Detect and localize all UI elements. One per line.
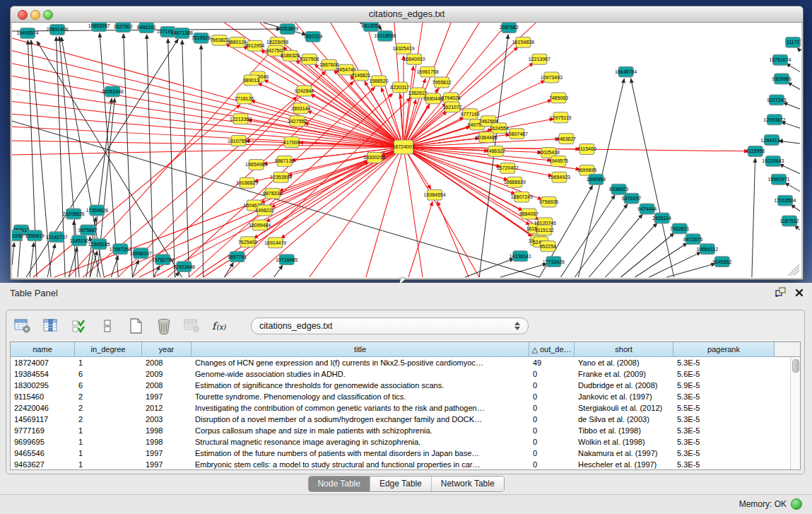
- cell-short[interactable]: Dudbridge et al. (2008): [575, 380, 673, 391]
- column-header-out_de[interactable]: △ out_de…: [529, 342, 575, 357]
- select-columns-icon[interactable]: [42, 317, 60, 334]
- table-row[interactable]: 1872400712008Changes of HCN gene express…: [11, 357, 800, 368]
- table-row[interactable]: 946554611997Estimation of the future num…: [11, 448, 800, 459]
- cell-in_degree[interactable]: 6: [75, 368, 142, 380]
- column-header-year[interactable]: year: [142, 342, 192, 357]
- tab-network-table[interactable]: Network Table: [432, 477, 504, 491]
- table-settings-icon[interactable]: [13, 317, 32, 334]
- cell-title[interactable]: Changes of HCN gene expression and I(f) …: [192, 357, 529, 368]
- cell-title[interactable]: Estimation of significance thresholds fo…: [192, 380, 529, 391]
- cell-pagerank[interactable]: 5.3E-5: [673, 436, 775, 448]
- cell-in_degree[interactable]: 2: [75, 414, 142, 425]
- table-row[interactable]: 1456911722003Disruption of a novel membe…: [11, 414, 800, 425]
- cell-title[interactable]: Genome-wide association studies in ADHD.: [192, 368, 529, 380]
- cell-year[interactable]: 2008: [142, 357, 192, 368]
- cell-title[interactable]: Tourette syndrome. Phenomenology and cla…: [192, 391, 529, 402]
- cell-year[interactable]: 1998: [142, 436, 192, 448]
- cell-pagerank[interactable]: 5.6E-5: [673, 368, 775, 380]
- cell-year[interactable]: 2012: [142, 402, 192, 414]
- cell-short[interactable]: Nakamura et al. (1997): [575, 448, 673, 459]
- cell-in_degree[interactable]: 1: [75, 425, 142, 436]
- cell-pagerank[interactable]: 5.3E-5: [673, 448, 775, 459]
- cell-in_degree[interactable]: 2: [75, 402, 142, 414]
- table-row[interactable]: 1830029562008Estimation of significance …: [11, 380, 800, 391]
- cell-name[interactable]: 9465546: [11, 448, 75, 459]
- cell-title[interactable]: Embryonic stem cells: a model to study s…: [192, 459, 529, 470]
- cell-out_de[interactable]: 0: [529, 425, 575, 436]
- cell-short[interactable]: Hescheler et al. (1997): [575, 459, 673, 470]
- cell-out_de[interactable]: 49: [529, 357, 575, 368]
- cell-in_degree[interactable]: 1: [75, 357, 142, 368]
- graph-nodes[interactable]: 1872400718300295766382298601248912954182…: [12, 23, 800, 272]
- column-header-short[interactable]: short: [575, 342, 673, 357]
- cell-year[interactable]: 2003: [142, 414, 192, 425]
- tab-node-table[interactable]: Node Table: [308, 477, 370, 491]
- cell-year[interactable]: 1997: [142, 391, 192, 402]
- cell-in_degree[interactable]: 1: [75, 448, 142, 459]
- cell-out_de[interactable]: 0: [529, 448, 575, 459]
- cell-pagerank[interactable]: 5.9E-5: [673, 380, 775, 391]
- cell-short[interactable]: Wolkin et al. (1998): [575, 436, 673, 448]
- cell-out_de[interactable]: 0: [529, 436, 575, 448]
- network-window[interactable]: citations_edges.txt 18724007183002957663…: [10, 6, 804, 280]
- table-row[interactable]: 969969511998Structural magnetic resonanc…: [11, 436, 800, 448]
- cell-name[interactable]: 22420046: [11, 402, 75, 414]
- cell-out_de[interactable]: 0: [529, 459, 575, 470]
- cell-out_de[interactable]: 0: [529, 380, 575, 391]
- table-row[interactable]: 946362711997Embryonic stem cells: a mode…: [11, 459, 800, 470]
- cell-pagerank[interactable]: 5.3E-5: [673, 391, 775, 402]
- cell-name[interactable]: 18300295: [11, 380, 75, 391]
- cell-name[interactable]: 14569117: [11, 414, 75, 425]
- cell-year[interactable]: 1997: [142, 459, 192, 470]
- cell-short[interactable]: Franke et al. (2009): [575, 368, 673, 380]
- network-view-canvas[interactable]: 1872400718300295766382298601248912954182…: [12, 23, 801, 278]
- cell-name[interactable]: 9777169: [11, 425, 75, 436]
- cell-in_degree[interactable]: 2: [75, 391, 142, 402]
- cell-name[interactable]: 18724007: [11, 357, 75, 368]
- cell-short[interactable]: Yano et al. (2008): [575, 357, 673, 368]
- close-panel-icon[interactable]: [795, 287, 804, 300]
- column-header-pagerank[interactable]: pagerank: [673, 342, 775, 357]
- row-selection-icon[interactable]: [70, 317, 88, 334]
- stacked-rows-icon[interactable]: [98, 317, 117, 334]
- table-selector-dropdown[interactable]: citations_edges.txt: [251, 317, 529, 334]
- cell-pagerank[interactable]: 5.5E-5: [673, 402, 775, 414]
- table-row[interactable]: 911546021997Tourette syndrome. Phenomeno…: [11, 391, 800, 402]
- table-row[interactable]: 977716911998Corpus callosum shape and si…: [11, 425, 800, 436]
- tab-edge-table[interactable]: Edge Table: [370, 477, 432, 491]
- cell-title[interactable]: Disruption of a novel member of a sodium…: [192, 414, 529, 425]
- cell-year[interactable]: 2009: [142, 368, 192, 380]
- cell-name[interactable]: 9699695: [11, 436, 75, 448]
- cell-in_degree[interactable]: 1: [75, 436, 142, 448]
- cell-name[interactable]: 19384554: [11, 368, 75, 380]
- cell-title[interactable]: Structural magnetic resonance image aver…: [192, 436, 529, 448]
- cell-pagerank[interactable]: 5.3E-5: [673, 459, 775, 470]
- cell-year[interactable]: 1997: [142, 448, 192, 459]
- cell-pagerank[interactable]: 5.3E-5: [673, 425, 775, 436]
- cell-title[interactable]: Corpus callosum shape and size in male p…: [192, 425, 529, 436]
- column-header-in_degree[interactable]: in_degree: [75, 342, 142, 357]
- cell-name[interactable]: 9463627: [11, 459, 75, 470]
- cell-out_de[interactable]: 0: [529, 391, 575, 402]
- function-builder-icon[interactable]: f(x): [211, 317, 230, 334]
- cell-short[interactable]: de Silva et al. (2003): [575, 414, 673, 425]
- cell-out_de[interactable]: 0: [529, 402, 575, 414]
- cell-title[interactable]: Investigating the contribution of common…: [192, 402, 529, 414]
- column-header-name[interactable]: name: [11, 342, 75, 357]
- cell-out_de[interactable]: 0: [529, 414, 575, 425]
- table-row[interactable]: 1938455462009Genome-wide association stu…: [11, 368, 800, 380]
- delete-table-icon[interactable]: [155, 317, 173, 334]
- cell-year[interactable]: 1998: [142, 425, 192, 436]
- cell-name[interactable]: 9115460: [11, 391, 75, 402]
- table-row[interactable]: 2242004622012Investigating the contribut…: [11, 402, 800, 414]
- new-table-icon[interactable]: [126, 317, 145, 334]
- float-panel-icon[interactable]: [775, 287, 787, 300]
- cell-year[interactable]: 2008: [142, 380, 192, 391]
- vertical-scrollbar[interactable]: [790, 357, 800, 469]
- cell-out_de[interactable]: 0: [529, 368, 575, 380]
- cell-in_degree[interactable]: 6: [75, 380, 142, 391]
- cell-short[interactable]: Stergiakouli et al. (2012): [575, 402, 673, 414]
- cell-in_degree[interactable]: 1: [75, 459, 142, 470]
- scrollbar-thumb[interactable]: [792, 359, 799, 373]
- cell-short[interactable]: Tibbo et al. (1998): [575, 425, 673, 436]
